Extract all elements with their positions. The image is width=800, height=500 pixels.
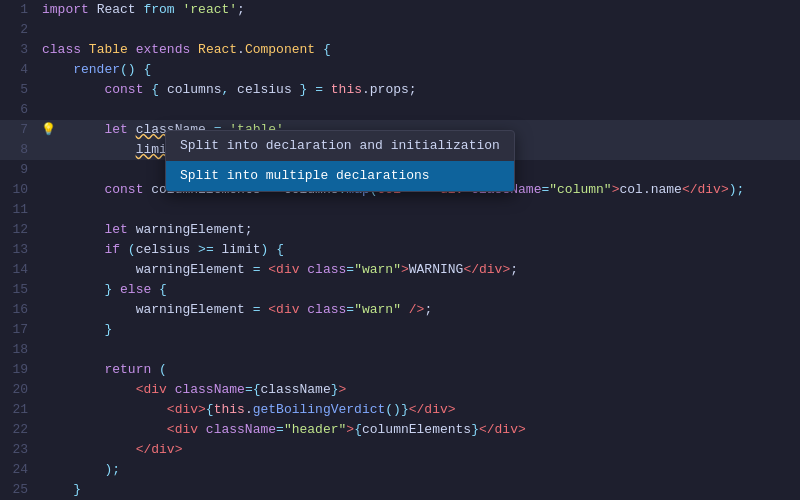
line-19: 19 return ( xyxy=(0,360,800,380)
lightbulb-icon[interactable]: 💡 xyxy=(38,120,58,140)
line-13: 13 if (celsius >= limit) { xyxy=(0,240,800,260)
line-content-19: return ( xyxy=(38,360,800,380)
line-number-12: 12 xyxy=(0,220,38,240)
line-number-9: 9 xyxy=(0,160,38,180)
line-content-1: import React from 'react'; xyxy=(38,0,800,20)
line-number-16: 16 xyxy=(0,300,38,320)
line-number-20: 20 xyxy=(0,380,38,400)
line-number-18: 18 xyxy=(0,340,38,360)
line-15: 15 } else { xyxy=(0,280,800,300)
line-content-16: warningElement = <div class="warn" />; xyxy=(38,300,800,320)
line-18: 18 xyxy=(0,340,800,360)
line-11: 11 xyxy=(0,200,800,220)
line-25: 25 } xyxy=(0,480,800,500)
line-number-5: 5 xyxy=(0,80,38,100)
line-number-22: 22 xyxy=(0,420,38,440)
line-4: 4 render() { xyxy=(0,60,800,80)
line-number-11: 11 xyxy=(0,200,38,220)
line-14: 14 warningElement = <div class="warn">WA… xyxy=(0,260,800,280)
line-number-4: 4 xyxy=(0,60,38,80)
line-17: 17 } xyxy=(0,320,800,340)
code-editor: 1 import React from 'react'; 2 3 class T… xyxy=(0,0,800,500)
line-content-14: warningElement = <div class="warn">WARNI… xyxy=(38,260,800,280)
line-number-7: 7 xyxy=(0,120,38,140)
line-number-17: 17 xyxy=(0,320,38,340)
line-16: 16 warningElement = <div class="warn" />… xyxy=(0,300,800,320)
line-content-6 xyxy=(38,100,800,120)
line-number-1: 1 xyxy=(0,0,38,20)
line-number-25: 25 xyxy=(0,480,38,500)
line-content-15: } else { xyxy=(38,280,800,300)
line-content-11 xyxy=(38,200,800,220)
line-content-17: } xyxy=(38,320,800,340)
line-1: 1 import React from 'react'; xyxy=(0,0,800,20)
line-content-23: </div> xyxy=(38,440,800,460)
line-6: 6 xyxy=(0,100,800,120)
line-12: 12 let warningElement; xyxy=(0,220,800,240)
line-21: 21 <div>{this.getBoilingVerdict()}</div> xyxy=(0,400,800,420)
line-number-21: 21 xyxy=(0,400,38,420)
code-lines: 1 import React from 'react'; 2 3 class T… xyxy=(0,0,800,500)
line-23: 23 </div> xyxy=(0,440,800,460)
line-number-19: 19 xyxy=(0,360,38,380)
line-number-3: 3 xyxy=(0,40,38,60)
line-content-21: <div>{this.getBoilingVerdict()}</div> xyxy=(38,400,800,420)
line-24: 24 ); xyxy=(0,460,800,480)
line-content-18 xyxy=(38,340,800,360)
line-number-10: 10 xyxy=(0,180,38,200)
line-number-2: 2 xyxy=(0,20,38,40)
context-menu: Split into declaration and initializatio… xyxy=(165,130,515,192)
line-number-23: 23 xyxy=(0,440,38,460)
line-content-24: ); xyxy=(38,460,800,480)
line-content-5: const { columns, celsius } = this.props; xyxy=(38,80,800,100)
line-content-3: class Table extends React.Component { xyxy=(38,40,800,60)
line-5: 5 const { columns, celsius } = this.prop… xyxy=(0,80,800,100)
line-number-6: 6 xyxy=(0,100,38,120)
menu-item-split-declaration[interactable]: Split into declaration and initializatio… xyxy=(166,131,514,161)
line-3: 3 class Table extends React.Component { xyxy=(0,40,800,60)
line-number-13: 13 xyxy=(0,240,38,260)
line-number-15: 15 xyxy=(0,280,38,300)
line-20: 20 <div className={className}> xyxy=(0,380,800,400)
line-content-12: let warningElement; xyxy=(38,220,800,240)
line-content-22: <div className="header">{columnElements}… xyxy=(38,420,800,440)
line-number-14: 14 xyxy=(0,260,38,280)
line-22: 22 <div className="header">{columnElemen… xyxy=(0,420,800,440)
line-content-13: if (celsius >= limit) { xyxy=(38,240,800,260)
line-content-4: render() { xyxy=(38,60,800,80)
line-content-25: } xyxy=(38,480,800,500)
line-content-2 xyxy=(38,20,800,40)
line-number-8: 8 xyxy=(0,140,38,160)
line-content-20: <div className={className}> xyxy=(38,380,800,400)
line-2: 2 xyxy=(0,20,800,40)
line-number-24: 24 xyxy=(0,460,38,480)
menu-item-split-multiple[interactable]: Split into multiple declarations xyxy=(166,161,514,191)
